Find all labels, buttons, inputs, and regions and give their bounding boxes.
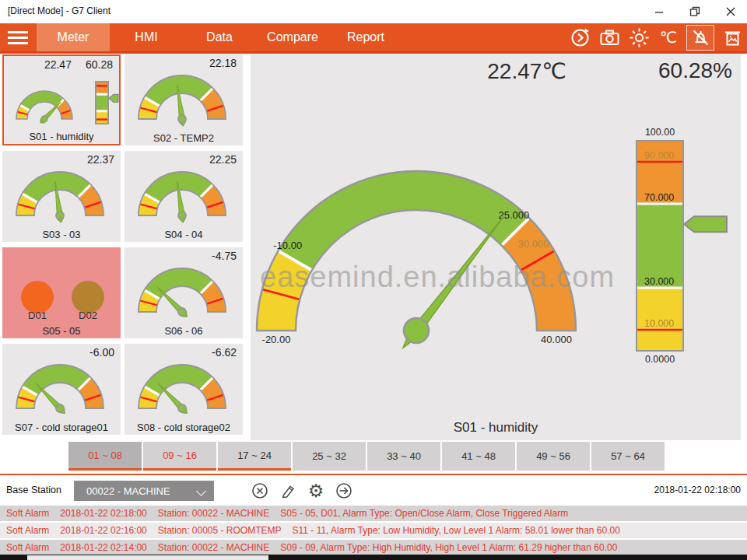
base-station-label: Base Station [6, 485, 61, 495]
alarm-station: Station: 00022 - MACHINE [158, 508, 269, 519]
tab-page-7[interactable]: 49 ~ 56 [517, 442, 590, 471]
camera-icon[interactable] [598, 26, 621, 50]
meter-tile-s02[interactable]: 22.18S02 - TEMP2 [124, 54, 243, 145]
mini-gauge [2, 168, 117, 227]
tile-value: 22.18 [209, 57, 237, 69]
tabs-separator [0, 474, 747, 475]
meter-tile-s03[interactable]: 22.37S03 - 03 [2, 151, 121, 242]
tile-value: -4.75 [212, 250, 237, 262]
nav-items: MeterHMIDataCompareReport [37, 23, 402, 51]
nav-item-data[interactable]: Data [183, 23, 256, 51]
tab-page-1[interactable]: 01 ~ 08 [68, 442, 142, 471]
gear-icon[interactable]: ⚙ [307, 481, 325, 500]
tile-label: S01 - humidity [4, 131, 119, 142]
chevron-down-icon [196, 486, 206, 496]
tile-value: 22.37 [87, 153, 114, 166]
tab-page-5[interactable]: 33 ~ 40 [367, 442, 440, 471]
navbar: MeterHMIDataCompareReport [0, 23, 747, 51]
mini-gauge [124, 264, 240, 324]
meter-tile-grid: 22.4760.28S01 - humidity22.18S02 - TEMP2… [2, 54, 243, 435]
tile-value: 60.28 [86, 58, 113, 71]
tile-values: -4.75 [212, 250, 237, 262]
meter-tile-s07[interactable]: -6.00S07 - cold storage01 [2, 344, 121, 435]
tab-page-2[interactable]: 09 ~ 16 [143, 442, 216, 471]
tile-value: -6.00 [89, 346, 114, 359]
taskbar-sliver [0, 555, 747, 560]
indicator-label: D02 [65, 310, 111, 321]
meter-tile-s01[interactable]: 22.4760.28S01 - humidity [2, 54, 121, 145]
control-bar: Base Station 00022 - MACHINE ⚙ 2018-01-2… [0, 476, 747, 505]
brightness-icon[interactable] [627, 26, 651, 50]
alarm-mute-icon[interactable] [686, 25, 714, 51]
alarm-detail: S05 - 05, D01, Alarm Type: Open/Close Al… [280, 508, 568, 519]
nav-item-report[interactable]: Report [329, 23, 402, 51]
humidity-readout: 60.28% [658, 58, 732, 83]
mini-gauge [124, 361, 240, 420]
nav-item-compare[interactable]: Compare [256, 23, 329, 51]
alarm-station: Station: 00005 - ROOMTEMP [158, 525, 282, 536]
close-button[interactable] [719, 4, 742, 19]
indicator-label: D01 [14, 310, 61, 321]
svg-text:70.000: 70.000 [644, 192, 674, 203]
nav-icons: ℃ [568, 23, 744, 51]
tile-value: -6.62 [212, 346, 237, 359]
meter-tile-s08[interactable]: -6.62S08 - cold storage02 [124, 344, 243, 435]
clear-icon[interactable] [251, 481, 269, 500]
minimize-button[interactable] [647, 4, 671, 19]
sync-icon[interactable] [568, 26, 591, 50]
svg-text:0.0000: 0.0000 [645, 354, 675, 365]
minimize-icon [654, 6, 665, 17]
tile-label: S07 - cold storage01 [2, 422, 121, 433]
nav-item-hmi[interactable]: HMI [110, 23, 183, 51]
tile-label: S08 - cold storage02 [124, 422, 243, 433]
base-station-dropdown-value: 00022 - MACHINE [86, 485, 170, 497]
tab-page-4[interactable]: 25 ~ 32 [293, 442, 366, 471]
tile-values: 22.4760.28 [44, 58, 113, 71]
tab-page-6[interactable]: 41 ~ 48 [442, 442, 515, 471]
alarm-time: 2018-01-22 02:14:00 [60, 542, 146, 553]
celsius-icon[interactable]: ℃ [657, 26, 680, 50]
svg-text:40.000: 40.000 [541, 334, 572, 345]
alarm-detail: S11 - 11, Alarm Type: Low Humidity, Low … [293, 525, 620, 536]
tile-values: 22.25 [209, 153, 237, 166]
meter-tile-s04[interactable]: 22.25S04 - 04 [124, 151, 243, 242]
tab-page-8[interactable]: 57 ~ 64 [591, 442, 665, 471]
mini-gauge [4, 73, 119, 132]
main-gauge-canvas: -20.00-10.0025.00030.00040.000100.0090.0… [251, 54, 741, 440]
meter-tile-s06[interactable]: -4.75S06 - 06 [124, 247, 243, 338]
edit-icon[interactable] [279, 481, 297, 500]
alarm-type: Soft Alarm [6, 542, 49, 553]
tile-label: S04 - 04 [124, 229, 243, 240]
alarm-row[interactable]: Soft Alarm2018-01-22 02:16:00Station: 00… [0, 523, 747, 538]
alarm-type: Soft Alarm [6, 508, 49, 519]
tile-value: 22.25 [209, 153, 237, 166]
page-tabs: 01 ~ 0809 ~ 1617 ~ 2425 ~ 3233 ~ 4041 ~ … [68, 442, 665, 471]
main-meter-panel: -20.00-10.0025.00030.00040.000100.0090.0… [251, 54, 741, 440]
svg-text:30.000: 30.000 [518, 238, 549, 250]
restore-icon [689, 6, 700, 17]
mini-gauge [2, 361, 117, 420]
tile-label: S03 - 03 [2, 229, 121, 240]
meter-tile-s05[interactable]: D01D02S05 - 05 [2, 247, 121, 338]
tile-label: S02 - TEMP2 [124, 132, 243, 144]
nav-separator [0, 51, 747, 54]
titlebar: [Direct Mode] - G7 Client [0, 0, 747, 23]
alarm-row[interactable]: Soft Alarm2018-01-22 02:18:00Station: 00… [0, 506, 747, 521]
restore-button[interactable] [683, 4, 707, 19]
mini-gauge [124, 72, 240, 131]
hamburger-menu-button[interactable] [0, 23, 37, 51]
close-icon [725, 6, 736, 17]
nav-item-meter[interactable]: Meter [37, 23, 110, 51]
svg-text:10.000: 10.000 [644, 318, 674, 329]
alarm-station: Station: 00022 - MACHINE [158, 542, 269, 553]
base-station-dropdown[interactable]: 00022 - MACHINE [74, 481, 214, 501]
alarm-time: 2018-01-22 02:18:00 [60, 508, 146, 519]
tile-values: 22.37 [87, 153, 114, 166]
tile-label: S06 - 06 [124, 325, 243, 337]
tab-page-3[interactable]: 17 ~ 24 [218, 442, 291, 471]
svg-text:25.000: 25.000 [498, 209, 529, 221]
alarm-row[interactable]: Soft Alarm2018-01-22 02:14:00Station: 00… [0, 540, 747, 555]
go-arrow-icon[interactable] [335, 481, 353, 500]
tile-values: 22.18 [209, 57, 237, 69]
delete-image-icon[interactable] [721, 26, 744, 50]
